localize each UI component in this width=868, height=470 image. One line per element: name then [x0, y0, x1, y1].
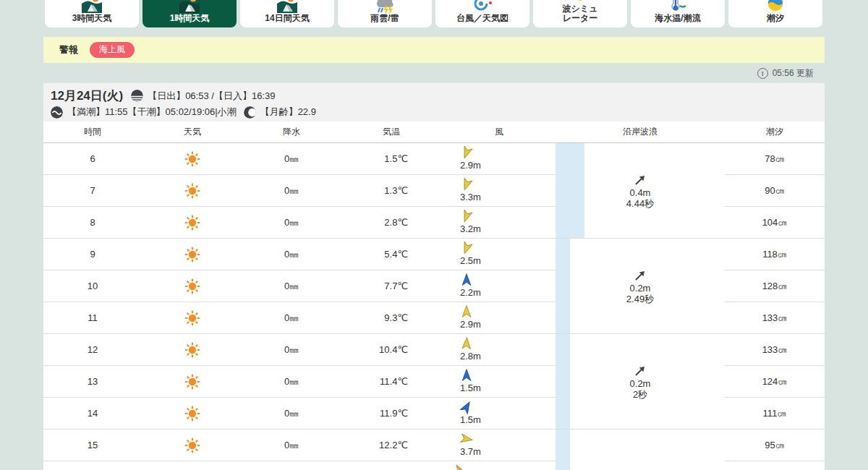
weather-cell — [142, 366, 243, 397]
wind-direction-arrow-icon — [458, 175, 477, 194]
tab-label: 台風／天気図 — [456, 14, 509, 23]
wind-direction-arrow-icon — [458, 143, 477, 162]
table-header-row: 時間 天気 降水 気温 風 沿岸波浪 潮汐 — [43, 121, 825, 143]
precip-cell: 0㎜ — [243, 302, 340, 333]
table-row: 13 0㎜ 11.4℃ 1.5m — [43, 366, 556, 398]
forecast-card: 12月24日(火) 【日出】06:53 /【日入】16:39 【満潮】11:55… — [43, 83, 825, 470]
wind-cell: 2.2m — [443, 270, 556, 302]
wave-period: 2.49秒 — [626, 294, 654, 304]
precip-cell: 0㎜ — [243, 175, 340, 206]
sunny-icon — [184, 183, 200, 199]
tab-label: 3時間天気 — [72, 14, 112, 23]
table-row: 7 0㎜ 1.3℃ 3.3m — [43, 175, 556, 207]
temp-cell: 2.8℃ — [340, 207, 443, 238]
temp-cell: 11.9℃ — [340, 398, 443, 429]
wave-height: 0.2m — [630, 283, 651, 294]
precip-cell: 0㎜ — [243, 430, 340, 461]
tide-cell: 133㎝ — [725, 334, 825, 366]
sunny-icon — [184, 406, 200, 422]
precip-cell: 0㎜ — [243, 207, 340, 238]
temp-cell: 5.4℃ — [340, 239, 443, 270]
weather-brand-icon — [82, 0, 102, 13]
table-row: 14 0㎜ 11.9℃ 1.5m — [43, 398, 556, 430]
wave-group: 0.2m 2秒 — [556, 334, 725, 430]
tab-1hour-weather[interactable]: 1時間天気 — [142, 0, 237, 27]
temp-cell: 1.5℃ — [340, 143, 443, 174]
col-header-coastal-wave: 沿岸波浪 — [556, 126, 725, 138]
warning-label: 警報 — [59, 43, 78, 56]
time-cell: 12 — [43, 334, 142, 365]
weather-brand-icon — [277, 0, 297, 13]
wind-cell: 3.2m — [443, 207, 556, 238]
wind-speed: 3.7m — [460, 446, 481, 457]
weather-cell — [142, 430, 243, 461]
precip-cell: 0㎜ — [243, 270, 340, 302]
wind-speed: 1.5m — [460, 414, 481, 425]
time-cell: 11 — [43, 302, 142, 333]
wind-cell: 2.5m — [443, 239, 556, 270]
tab-3hour-weather[interactable]: 3時間天気 — [45, 0, 139, 27]
tab-radar-lightning[interactable]: 雨雲/雷 — [338, 0, 432, 27]
temp-cell: 11.4℃ — [340, 366, 443, 397]
sea-temperature-icon — [668, 0, 688, 13]
date-header: 12月24日(火) 【日出】06:53 /【日入】16:39 【満潮】11:55… — [43, 83, 825, 121]
precip-cell: 0㎜ — [243, 398, 340, 429]
tide-cell: 111㎝ — [725, 398, 825, 430]
wave-period: 2秒 — [633, 389, 647, 400]
tab-label: 1時間天気 — [170, 14, 210, 23]
warning-bar: 警報 海上風 — [43, 37, 825, 63]
warning-badge-sea-wind[interactable]: 海上風 — [90, 42, 135, 58]
wind-cell: 2.9m — [443, 302, 556, 333]
wind-cell: 3.7m — [443, 430, 556, 461]
precip-cell — [243, 461, 340, 470]
precip-cell: 0㎜ — [243, 366, 340, 397]
info-icon: ! — [757, 68, 768, 79]
wind-direction-arrow-icon — [459, 368, 474, 383]
wind-cell: 2.9m — [443, 143, 556, 174]
wind-direction-arrow-icon — [459, 430, 475, 447]
precip-cell: 0㎜ — [243, 143, 340, 174]
tab-sea-temp-current[interactable]: 海水温/潮流 — [631, 0, 725, 27]
tab-bar: 3時間天気 1時間天気 14日間天気 雨雲/雷 台風／天気図 波シミュレーター — [45, 0, 822, 27]
weather-cell — [142, 270, 243, 302]
tide-cell: 78㎝ — [725, 143, 825, 175]
sunrise-icon — [131, 90, 143, 102]
weather-cell — [142, 461, 243, 470]
tab-tide[interactable]: 潮汐 — [728, 0, 822, 27]
col-header-temp: 気温 — [340, 126, 443, 138]
tab-typhoon-chart[interactable]: 台風／天気図 — [435, 0, 529, 27]
time-cell: 8 — [43, 207, 142, 238]
tide-icon — [766, 0, 785, 13]
wave-height: 0.4m — [630, 187, 651, 198]
tide-column: 78㎝ 90㎝ 104㎝ 118㎝ 128㎝ 133㎝ 133㎝ 124㎝ 11… — [725, 143, 825, 470]
table-row: 8 0㎜ 2.8℃ 3.2m — [43, 207, 556, 239]
table-row: 12 0㎜ 10.4℃ 2.8m — [43, 334, 556, 366]
hourly-rows: 6 0㎜ 1.5℃ 2.9m 7 0㎜ 1.3℃ 3.3m 8 0㎜ 2.8℃ … — [43, 143, 556, 470]
wind-direction-arrow-icon — [458, 239, 477, 257]
table-row: 11 0㎜ 9.3℃ 2.9m — [43, 302, 556, 334]
tab-wave-simulator[interactable]: 波シミュレーター — [533, 0, 627, 27]
weather-cell — [142, 207, 243, 238]
wave-direction-ne-arrow-icon — [633, 364, 647, 378]
update-time: ! 05:56 更新 — [757, 67, 814, 80]
temp-cell: 1.3℃ — [340, 175, 443, 206]
time-cell: 9 — [43, 239, 142, 270]
tab-label: 波シミュレーター — [561, 4, 599, 23]
sunny-icon — [184, 374, 200, 390]
table-row: 6 0㎜ 1.5℃ 2.9m — [43, 143, 556, 175]
tide-cell: 133㎝ — [725, 302, 825, 334]
tab-14day-weather[interactable]: 14日間天気 — [240, 0, 334, 27]
wind-cell: 3.3m — [443, 175, 556, 206]
time-cell: 13 — [43, 366, 142, 397]
time-cell — [43, 461, 142, 470]
wave-direction-ne-arrow-icon — [633, 268, 647, 283]
wave-height-bar — [556, 143, 584, 238]
wind-direction-arrow-icon — [459, 273, 474, 287]
precip-cell: 0㎜ — [243, 239, 340, 270]
wind-speed: 2.2m — [460, 287, 481, 298]
weather-cell — [142, 143, 243, 174]
tab-label: 雨雲/雷 — [370, 14, 399, 23]
sunny-icon — [184, 437, 200, 453]
coastal-wave-column: 0.4m 4.44秒 0.2m 2.49秒 0.2m 2秒 — [556, 143, 725, 470]
wind-cell: 1.5m — [443, 398, 556, 429]
